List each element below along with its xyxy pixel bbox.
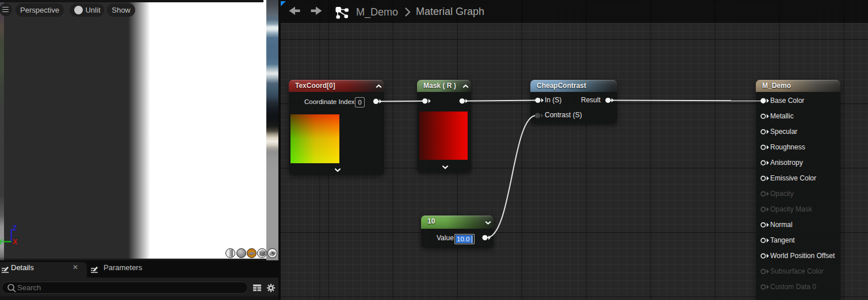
svg-text:Z: Z [13, 224, 17, 232]
svg-text:Y: Y [0, 238, 3, 246]
svg-text:X: X [13, 238, 17, 246]
